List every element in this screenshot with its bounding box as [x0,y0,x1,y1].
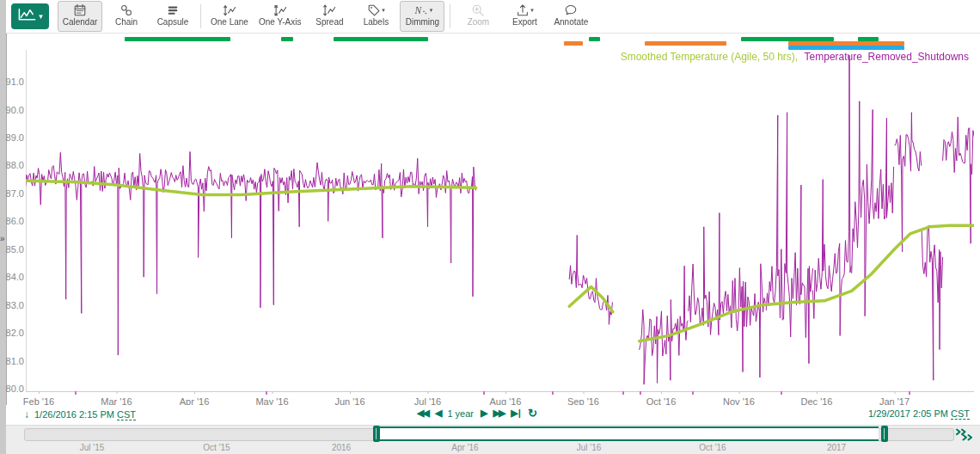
expand-panel-icon[interactable]: » [0,233,9,245]
refresh-button[interactable]: ↻ [528,407,537,420]
capsule-icon [166,3,180,17]
timeline-tick-label: Jul '15 [80,443,105,452]
toolbar-button-label: One Y-Axis [259,17,301,28]
toolbar-separator [450,4,450,28]
one-lane-button[interactable]: One Lane [206,1,253,32]
range-navigation: ◀◀ ◀ 1 year ▶ ▶▶ ▶| ↻ [417,407,537,420]
one-lane-icon [223,3,236,17]
timeline-scrollbar: Jul '15Oct '152016Apr '16Jul '16Oct '162… [6,425,980,454]
timeline-expand-icon[interactable] [955,428,973,445]
green-capsule-bar[interactable] [334,37,428,41]
toolbar-button-label: Dimming [406,17,439,28]
spread-icon [322,3,336,17]
start-datetime[interactable]: 1/26/2016 2:15 PM [34,409,114,420]
trend-chart-icon [17,8,37,25]
zoom-button: Zoom [456,1,500,32]
step-to-end-button[interactable]: ▶| [511,408,521,419]
timeline-selection[interactable] [377,426,879,441]
labels-button[interactable]: ▾Labels [353,1,398,32]
timeline-tick-label: Apr '16 [451,443,478,452]
orange-capsule-bar[interactable] [645,41,726,46]
spread-button[interactable]: Spread [307,1,352,32]
step-forward-button[interactable]: ▶ [481,408,486,419]
toolbar-button-label: Zoom [468,17,490,28]
skip-back-button[interactable]: ◀◀ [417,408,428,419]
trend-view-dropdown-button[interactable]: ▾ [11,3,49,29]
annotate-button[interactable]: Annotate [548,1,593,32]
annotate-icon [564,3,578,17]
legend-item-smoothed[interactable]: Smoothed Temperature (Agile, 50 hrs), [621,51,799,63]
display-range-end: 1/29/2017 2:05 PM CST [868,408,970,419]
green-capsule-bar[interactable] [281,37,293,41]
green-capsule-bar[interactable] [125,37,230,41]
dimming-button[interactable]: N▾Dimming [400,1,444,32]
toolbar-button-label: One Lane [211,17,248,28]
start-timezone[interactable]: CST [117,409,136,420]
legend-item-raw[interactable]: Temperature_Removed_Shutdowns [805,51,969,63]
timeline-tick-label: Jul '16 [577,443,602,452]
display-range-bar: ↓1/26/2016 2:15 PM CST ◀◀ ◀ 1 year ▶ ▶▶ … [6,405,980,425]
timeline-tick-label: Oct '15 [203,443,230,452]
toolbar-button-label: Export [512,17,537,28]
end-datetime[interactable]: 1/29/2017 2:05 PM [868,408,948,419]
display-range-start: ↓1/26/2016 2:15 PM CST [24,408,136,420]
toolbar-button-label: Labels [364,17,389,28]
chain-icon [119,3,133,17]
toolbar-button-label: Chain [115,17,138,28]
one-y-axis-icon [273,3,287,17]
export-icon: ▾ [516,3,534,17]
legend: Smoothed Temperature (Agile, 50 hrs), Te… [617,51,969,63]
skip-forward-button[interactable]: ▶▶ [493,408,504,419]
one-y-axis-button[interactable]: One Y-Axis [254,1,305,32]
duration-label[interactable]: 1 year [447,408,474,419]
svg-text:N: N [413,5,422,15]
toolbar: ▾ CalendarChainCapsuleOne LaneOne Y-Axis… [6,0,980,34]
zoom-icon [471,3,485,17]
export-button[interactable]: ▾Export [502,1,547,32]
toolbar-button-label: Calendar [63,17,98,28]
orange-capsule-bar[interactable] [564,41,583,46]
investigate-range-icon[interactable]: ↓ [24,408,29,420]
end-timezone[interactable]: CST [951,408,970,420]
timeline-tick-label: 2017 [827,443,846,452]
trend-workbench: » ▾ CalendarChainCapsuleOne LaneOne Y-Ax… [0,0,980,454]
chain-button[interactable]: Chain [104,1,149,32]
toolbar-separator [200,4,201,28]
calendar-icon [73,3,87,17]
timeline-right-handle[interactable] [881,426,888,442]
toolbar-button-label: Spread [315,17,343,28]
blue-capsule-bar[interactable] [788,46,904,50]
toolbar-button-label: Capsule [157,17,189,28]
dimming-icon: N▾ [413,3,433,17]
toolbar-button-label: Annotate [554,17,588,28]
calendar-button[interactable]: Calendar [58,1,102,32]
green-capsule-bar[interactable] [589,37,600,41]
timeline-tick-label: Oct '16 [699,443,726,452]
step-back-button[interactable]: ◀ [435,408,440,419]
labels-icon: ▾ [367,3,385,17]
timeline-tick-label: 2016 [332,443,351,452]
timeline-left-handle[interactable] [373,426,380,442]
chevron-down-icon: ▾ [39,12,43,21]
capsule-button[interactable]: Capsule [150,1,195,32]
